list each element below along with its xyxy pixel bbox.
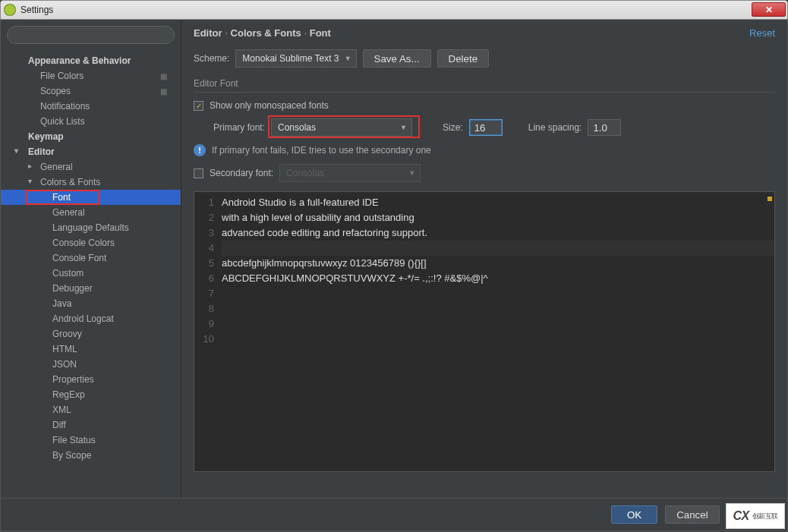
tree-item-debugger[interactable]: Debugger — [1, 281, 181, 296]
scheme-value: Monokai Sublime Text 3 — [242, 53, 339, 64]
watermark-text: 创新互联 — [752, 512, 778, 521]
tree-item-language-defaults[interactable]: Language Defaults — [1, 220, 181, 235]
line-number: 6 — [194, 271, 214, 286]
info-icon: ! — [194, 144, 206, 156]
tree-item-label: General — [40, 162, 73, 172]
tree-item-label: Java — [52, 298, 71, 309]
tree-item-label: Properties — [52, 374, 94, 385]
tree-item-diff[interactable]: Diff — [1, 417, 181, 433]
reset-link[interactable]: Reset — [749, 27, 775, 39]
crumb-colors-fonts[interactable]: Colors & Fonts — [231, 27, 301, 39]
chevron-right-icon: › — [225, 30, 228, 37]
tree-item-file-status[interactable]: File Status — [1, 433, 181, 448]
chevron-down-icon: ▼ — [345, 55, 351, 62]
watermark-logo: CX — [733, 509, 749, 523]
show-mono-checkbox[interactable]: ✓ — [194, 101, 203, 111]
secondary-font-label: Secondary font: — [210, 168, 273, 178]
tree-item-file-colors[interactable]: File Colors▦ — [1, 68, 181, 83]
show-mono-label: Show only monospaced fonts — [210, 100, 329, 111]
code-line: with a high level of usability and outst… — [222, 210, 774, 225]
primary-font-select[interactable]: Consolas ▼ — [271, 118, 412, 137]
cancel-button[interactable]: Cancel — [665, 505, 720, 524]
primary-font-value: Consolas — [278, 122, 316, 133]
tree-item-scopes[interactable]: Scopes▦ — [1, 83, 181, 99]
line-number: 3 — [194, 225, 214, 241]
footer: OK Cancel Apply — [0, 498, 788, 531]
tree-item-keymap[interactable]: Keymap — [1, 129, 181, 144]
main-panel: Editor › Colors & Fonts › Font Reset Sch… — [181, 20, 787, 498]
tree-item-appearance-behavior[interactable]: Appearance & Behavior — [1, 53, 181, 68]
tree-item-label: Debugger — [52, 283, 93, 294]
tree-item-label: JSON — [52, 359, 77, 370]
line-spacing-input[interactable] — [588, 119, 621, 136]
tree-item-label: Language Defaults — [52, 222, 129, 233]
tree-item-quick-lists[interactable]: Quick Lists — [1, 114, 181, 129]
tree-item-by-scope[interactable]: By Scope — [1, 448, 181, 463]
breadcrumb: Editor › Colors & Fonts › Font Reset — [194, 27, 775, 39]
chevron-down-icon: ▼ — [400, 124, 407, 131]
editor-font-section: Editor Font — [194, 78, 775, 90]
secondary-font-checkbox[interactable]: ✓ — [194, 168, 203, 178]
tree-item-label: File Colors — [40, 71, 84, 81]
crumb-font: Font — [310, 27, 331, 39]
tree-item-regexp[interactable]: RegExp — [1, 387, 181, 402]
chevron-right-icon: › — [304, 30, 307, 37]
tree-item-label: Console Font — [52, 253, 106, 263]
tree-item-json[interactable]: JSON — [1, 357, 181, 372]
tree-item-colors-fonts[interactable]: ▾Colors & Fonts — [1, 175, 181, 190]
app-icon — [4, 4, 16, 16]
line-number: 1 — [194, 195, 214, 210]
crumb-editor[interactable]: Editor — [194, 27, 222, 39]
tree-item-label: XML — [52, 405, 71, 415]
code-line: Android Studio is a full-featured IDE — [222, 195, 774, 210]
scheme-label: Scheme: — [194, 53, 229, 64]
tree-item-label: Appearance & Behavior — [28, 55, 131, 66]
tree-item-java[interactable]: Java — [1, 296, 181, 311]
scheme-select[interactable]: Monokai Sublime Text 3 ▼ — [235, 49, 356, 68]
tree-item-console-colors[interactable]: Console Colors — [1, 235, 181, 250]
tree-item-font[interactable]: Font — [1, 190, 181, 205]
size-input[interactable] — [469, 119, 503, 136]
tree-item-editor[interactable]: ▾Editor — [1, 144, 181, 159]
code-line: ABCDEFGHIJKLMNOPQRSTUVWXYZ +-*/= .,;:!? … — [222, 271, 774, 286]
size-label: Size: — [443, 122, 463, 133]
tree-item-custom[interactable]: Custom — [1, 266, 181, 281]
search-input[interactable] — [7, 26, 175, 44]
close-icon: ✕ — [765, 5, 773, 15]
tree-item-general[interactable]: ▸General — [1, 159, 181, 175]
tree-item-html[interactable]: HTML — [1, 342, 181, 357]
tree-item-label: General — [52, 207, 85, 218]
close-button[interactable]: ✕ — [752, 2, 786, 17]
settings-tree: Appearance & BehaviorFile Colors▦Scopes▦… — [1, 50, 181, 498]
gutter: 12345678910 — [194, 192, 219, 471]
tree-item-xml[interactable]: XML — [1, 402, 181, 417]
ok-button[interactable]: OK — [611, 505, 657, 524]
line-number: 9 — [194, 316, 214, 332]
secondary-font-select: Consolas ▼ — [279, 164, 421, 182]
line-number: 7 — [194, 286, 214, 301]
tree-item-general[interactable]: General — [1, 205, 181, 220]
tree-item-android-logcat[interactable]: Android Logcat — [1, 311, 181, 326]
secondary-font-value: Consolas — [286, 168, 324, 178]
tree-item-label: HTML — [52, 344, 77, 354]
primary-font-label: Primary font: — [213, 122, 265, 133]
line-number: 10 — [194, 332, 214, 347]
tree-item-notifications[interactable]: Notifications — [1, 99, 181, 114]
divider — [194, 92, 775, 93]
save-as-button[interactable]: Save As... — [363, 49, 431, 68]
module-icon: ▦ — [160, 72, 167, 80]
delete-button[interactable]: Delete — [437, 49, 490, 68]
module-icon: ▦ — [160, 87, 167, 96]
tree-item-console-font[interactable]: Console Font — [1, 250, 181, 266]
tree-item-label: Scopes — [40, 86, 71, 96]
tree-item-label: Editor — [28, 146, 55, 157]
tree-item-label: Groovy — [52, 329, 82, 339]
tree-item-label: File Status — [52, 435, 96, 445]
info-text: If primary font fails, IDE tries to use … — [212, 145, 431, 156]
tree-item-properties[interactable]: Properties — [1, 372, 181, 387]
tree-item-label: Console Colors — [52, 238, 115, 248]
code-line: abcdefghijklmnopqrstuvwxyz 0123456789 ()… — [222, 256, 774, 271]
tree-item-label: Custom — [52, 268, 84, 279]
tree-item-groovy[interactable]: Groovy — [1, 326, 181, 342]
watermark: CX 创新互联 — [726, 503, 785, 529]
